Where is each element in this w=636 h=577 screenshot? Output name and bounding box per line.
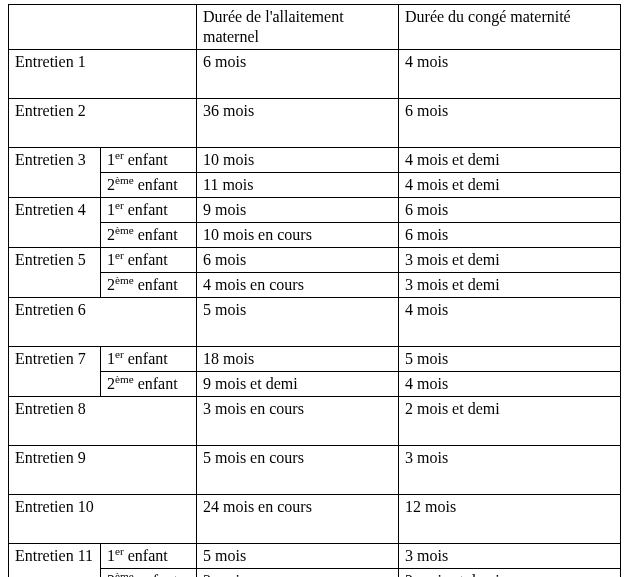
child-label: 2ème enfant [101,223,197,248]
cell-breastfeeding: 4 mois en cours [197,273,399,298]
cell-leave: 4 mois [399,298,621,347]
cell-breastfeeding: 36 mois [197,99,399,148]
cell-leave: 6 mois [399,198,621,223]
table-row: Entretien 1 6 mois 4 mois [9,50,621,99]
cell-breastfeeding: 5 mois en cours [197,446,399,495]
cell-leave: 5 mois [399,347,621,372]
cell-leave: 3 mois et demi [399,248,621,273]
interview-label: Entretien 4 [9,198,101,248]
data-table: Durée de l'allaitement maternel Durée du… [8,4,621,577]
interview-label: Entretien 1 [9,50,197,99]
table-row: 2ème enfant 10 mois en cours 6 mois [9,223,621,248]
cell-breastfeeding: 10 mois en cours [197,223,399,248]
table-row: Entretien 2 36 mois 6 mois [9,99,621,148]
child-label: 2ème enfant [101,173,197,198]
child-label: 1er enfant [101,347,197,372]
child-label: 1er enfant [101,544,197,569]
cell-breastfeeding: 5 mois [197,544,399,569]
table-header-row: Durée de l'allaitement maternel Durée du… [9,5,621,50]
child-label: 1er enfant [101,148,197,173]
table-row: Entretien 5 1er enfant 6 mois 3 mois et … [9,248,621,273]
table-row: 2ème enfant 4 mois en cours 3 mois et de… [9,273,621,298]
cell-breastfeeding: 3 mois en cours [197,397,399,446]
interview-label: Entretien 5 [9,248,101,298]
child-label: 1er enfant [101,198,197,223]
cell-leave: 4 mois et demi [399,148,621,173]
interview-label: Entretien 10 [9,495,197,544]
cell-breastfeeding: 11 mois [197,173,399,198]
cell-breastfeeding: 6 mois [197,248,399,273]
cell-breastfeeding: 24 mois en cours [197,495,399,544]
cell-leave: 6 mois [399,223,621,248]
cell-breastfeeding: 9 mois et demi [197,372,399,397]
table-row: 2ème enfant 11 mois 4 mois et demi [9,173,621,198]
cell-leave: 3 mois [399,446,621,495]
interview-label: Entretien 3 [9,148,101,198]
child-label: 1er enfant [101,248,197,273]
interview-label: Entretien 6 [9,298,197,347]
child-label: 2ème enfant [101,569,197,578]
cell-breastfeeding: 3 mois en cours [197,569,399,578]
header-breastfeeding: Durée de l'allaitement maternel [197,5,399,50]
cell-leave: 2 mois et demi [399,569,621,578]
cell-breastfeeding: 5 mois [197,298,399,347]
cell-leave: 2 mois et demi [399,397,621,446]
cell-leave: 6 mois [399,99,621,148]
cell-leave: 3 mois et demi [399,273,621,298]
interview-label: Entretien 8 [9,397,197,446]
cell-leave: 12 mois [399,495,621,544]
header-leave: Durée du congé maternité [399,5,621,50]
cell-breastfeeding: 6 mois [197,50,399,99]
interview-label: Entretien 9 [9,446,197,495]
table-row: Entretien 8 3 mois en cours 2 mois et de… [9,397,621,446]
table-row: Entretien 7 1er enfant 18 mois 5 mois [9,347,621,372]
cell-breastfeeding: 10 mois [197,148,399,173]
cell-leave: 4 mois et demi [399,173,621,198]
interview-label: Entretien 2 [9,99,197,148]
child-label: 2ème enfant [101,273,197,298]
cell-leave: 4 mois [399,50,621,99]
cell-leave: 4 mois [399,372,621,397]
table-row: Entretien 9 5 mois en cours 3 mois [9,446,621,495]
table-row: Entretien 6 5 mois 4 mois [9,298,621,347]
interview-label: Entretien 7 [9,347,101,397]
child-label: 2ème enfant [101,372,197,397]
table-row: 2ème enfant 9 mois et demi 4 mois [9,372,621,397]
interview-label: Entretien 11 [9,544,101,578]
table-row: Entretien 10 24 mois en cours 12 mois [9,495,621,544]
header-blank [9,5,197,50]
table-row: 2ème enfant 3 mois en cours 2 mois et de… [9,569,621,578]
cell-breastfeeding: 18 mois [197,347,399,372]
table-row: Entretien 4 1er enfant 9 mois 6 mois [9,198,621,223]
cell-breastfeeding: 9 mois [197,198,399,223]
table-row: Entretien 11 1er enfant 5 mois 3 mois [9,544,621,569]
cell-leave: 3 mois [399,544,621,569]
table-row: Entretien 3 1er enfant 10 mois 4 mois et… [9,148,621,173]
